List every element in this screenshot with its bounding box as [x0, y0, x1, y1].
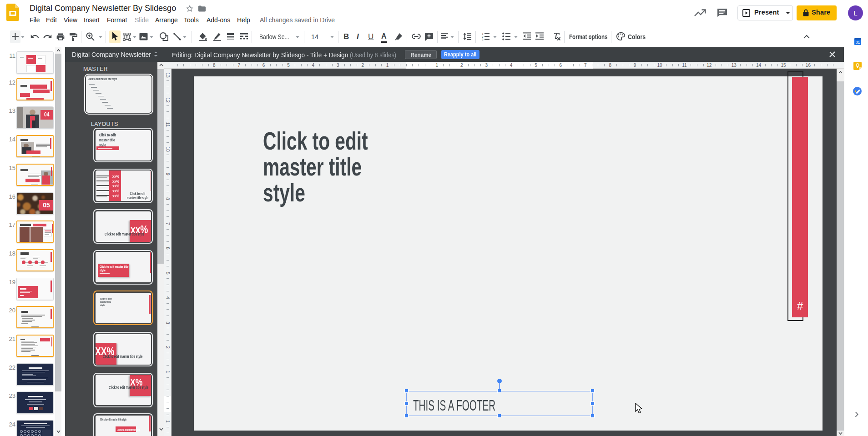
svg-text:2: 2 — [482, 35, 484, 38]
svg-text:1: 1 — [482, 32, 484, 35]
svg-text:31: 31 — [856, 40, 860, 45]
svg-text:3: 3 — [482, 38, 484, 40]
